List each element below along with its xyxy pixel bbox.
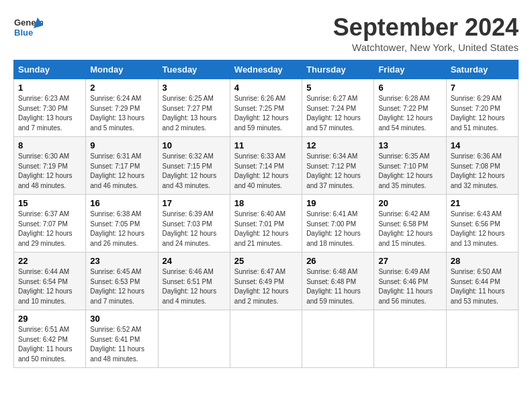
calendar-cell [446, 310, 518, 368]
calendar-cell: 25Sunrise: 6:47 AMSunset: 6:49 PMDayligh… [230, 253, 302, 310]
calendar-cell: 29Sunrise: 6:51 AMSunset: 6:42 PMDayligh… [14, 310, 86, 368]
day-info: Sunrise: 6:48 AMSunset: 6:48 PMDaylight:… [306, 267, 369, 306]
calendar-cell: 17Sunrise: 6:39 AMSunset: 7:03 PMDayligh… [158, 195, 230, 253]
col-header-friday: Friday [374, 60, 446, 79]
day-info: Sunrise: 6:28 AMSunset: 7:22 PMDaylight:… [378, 94, 441, 133]
day-number: 7 [451, 83, 514, 93]
calendar-cell: 15Sunrise: 6:37 AMSunset: 7:07 PMDayligh… [14, 195, 86, 253]
calendar-cell: 7Sunrise: 6:29 AMSunset: 7:20 PMDaylight… [446, 79, 518, 137]
calendar-cell: 30Sunrise: 6:52 AMSunset: 6:41 PMDayligh… [86, 310, 158, 368]
day-number: 15 [18, 198, 81, 208]
day-number: 2 [90, 83, 153, 93]
day-number: 21 [451, 198, 514, 208]
day-number: 18 [234, 198, 298, 208]
day-info: Sunrise: 6:52 AMSunset: 6:41 PMDaylight:… [90, 325, 153, 364]
week-row-3: 15Sunrise: 6:37 AMSunset: 7:07 PMDayligh… [14, 195, 519, 253]
svg-text:Blue: Blue [14, 28, 33, 38]
day-number: 19 [306, 198, 369, 208]
day-info: Sunrise: 6:25 AMSunset: 7:27 PMDaylight:… [163, 94, 226, 133]
day-info: Sunrise: 6:50 AMSunset: 6:44 PMDaylight:… [451, 267, 514, 306]
calendar-table: SundayMondayTuesdayWednesdayThursdayFrid… [13, 60, 519, 368]
calendar-cell: 2Sunrise: 6:24 AMSunset: 7:29 PMDaylight… [86, 79, 158, 137]
day-info: Sunrise: 6:30 AMSunset: 7:19 PMDaylight:… [18, 152, 81, 191]
day-info: Sunrise: 6:32 AMSunset: 7:15 PMDaylight:… [163, 152, 226, 191]
day-info: Sunrise: 6:29 AMSunset: 7:20 PMDaylight:… [451, 94, 514, 133]
calendar-cell: 16Sunrise: 6:38 AMSunset: 7:05 PMDayligh… [86, 195, 158, 253]
day-info: Sunrise: 6:35 AMSunset: 7:10 PMDaylight:… [378, 152, 441, 191]
col-header-sunday: Sunday [14, 60, 86, 79]
calendar-cell: 3Sunrise: 6:25 AMSunset: 7:27 PMDaylight… [158, 79, 230, 137]
day-number: 27 [378, 256, 441, 266]
calendar-cell: 14Sunrise: 6:36 AMSunset: 7:08 PMDayligh… [446, 137, 518, 195]
calendar-cell: 13Sunrise: 6:35 AMSunset: 7:10 PMDayligh… [374, 137, 446, 195]
location: Watchtower, New York, United States [333, 42, 519, 53]
calendar-cell: 26Sunrise: 6:48 AMSunset: 6:48 PMDayligh… [302, 253, 374, 310]
calendar-cell: 28Sunrise: 6:50 AMSunset: 6:44 PMDayligh… [446, 253, 518, 310]
day-info: Sunrise: 6:36 AMSunset: 7:08 PMDaylight:… [451, 152, 514, 191]
calendar-cell [158, 310, 230, 368]
calendar-cell [374, 310, 446, 368]
day-info: Sunrise: 6:45 AMSunset: 6:53 PMDaylight:… [90, 267, 153, 306]
calendar-cell: 21Sunrise: 6:43 AMSunset: 6:56 PMDayligh… [446, 195, 518, 253]
day-number: 9 [90, 140, 153, 150]
calendar-cell: 11Sunrise: 6:33 AMSunset: 7:14 PMDayligh… [230, 137, 302, 195]
calendar-cell: 22Sunrise: 6:44 AMSunset: 6:54 PMDayligh… [14, 253, 86, 310]
week-row-4: 22Sunrise: 6:44 AMSunset: 6:54 PMDayligh… [14, 253, 519, 310]
week-row-1: 1Sunrise: 6:23 AMSunset: 7:30 PMDaylight… [14, 79, 519, 137]
day-info: Sunrise: 6:42 AMSunset: 6:58 PMDaylight:… [378, 210, 441, 248]
col-header-monday: Monday [86, 60, 158, 79]
day-number: 30 [90, 314, 153, 324]
day-info: Sunrise: 6:51 AMSunset: 6:42 PMDaylight:… [18, 325, 81, 364]
day-number: 10 [163, 140, 226, 150]
calendar-cell: 1Sunrise: 6:23 AMSunset: 7:30 PMDaylight… [14, 79, 86, 137]
calendar-cell: 10Sunrise: 6:32 AMSunset: 7:15 PMDayligh… [158, 137, 230, 195]
calendar-cell: 20Sunrise: 6:42 AMSunset: 6:58 PMDayligh… [374, 195, 446, 253]
calendar-cell: 6Sunrise: 6:28 AMSunset: 7:22 PMDaylight… [374, 79, 446, 137]
day-info: Sunrise: 6:47 AMSunset: 6:49 PMDaylight:… [234, 267, 298, 306]
title-block: September 2024 Watchtower, New York, Uni… [333, 13, 519, 53]
logo: General Blue [13, 13, 43, 43]
day-number: 20 [378, 198, 441, 208]
day-info: Sunrise: 6:24 AMSunset: 7:29 PMDaylight:… [90, 94, 153, 133]
logo-icon: General Blue [13, 13, 43, 43]
calendar-cell: 9Sunrise: 6:31 AMSunset: 7:17 PMDaylight… [86, 137, 158, 195]
day-number: 17 [163, 198, 226, 208]
day-number: 11 [234, 140, 298, 150]
day-number: 12 [306, 140, 369, 150]
day-number: 29 [18, 314, 81, 324]
day-info: Sunrise: 6:39 AMSunset: 7:03 PMDaylight:… [163, 210, 226, 248]
header-row: SundayMondayTuesdayWednesdayThursdayFrid… [14, 60, 519, 79]
day-number: 14 [451, 140, 514, 150]
col-header-tuesday: Tuesday [158, 60, 230, 79]
day-number: 6 [378, 83, 441, 93]
page-header: General Blue September 2024 Watchtower, … [13, 13, 519, 53]
month-title: September 2024 [333, 13, 519, 42]
day-info: Sunrise: 6:49 AMSunset: 6:46 PMDaylight:… [378, 267, 441, 306]
calendar-cell: 19Sunrise: 6:41 AMSunset: 7:00 PMDayligh… [302, 195, 374, 253]
day-info: Sunrise: 6:26 AMSunset: 7:25 PMDaylight:… [234, 94, 298, 133]
day-number: 23 [90, 256, 153, 266]
day-number: 26 [306, 256, 369, 266]
day-number: 5 [306, 83, 369, 93]
day-number: 16 [90, 198, 153, 208]
calendar-cell [302, 310, 374, 368]
day-info: Sunrise: 6:31 AMSunset: 7:17 PMDaylight:… [90, 152, 153, 191]
day-number: 25 [234, 256, 298, 266]
calendar-cell: 12Sunrise: 6:34 AMSunset: 7:12 PMDayligh… [302, 137, 374, 195]
day-info: Sunrise: 6:37 AMSunset: 7:07 PMDaylight:… [18, 210, 81, 248]
day-info: Sunrise: 6:34 AMSunset: 7:12 PMDaylight:… [306, 152, 369, 191]
day-number: 22 [18, 256, 81, 266]
day-info: Sunrise: 6:43 AMSunset: 6:56 PMDaylight:… [451, 210, 514, 248]
day-number: 1 [18, 83, 81, 93]
day-info: Sunrise: 6:44 AMSunset: 6:54 PMDaylight:… [18, 267, 81, 306]
calendar-cell: 5Sunrise: 6:27 AMSunset: 7:24 PMDaylight… [302, 79, 374, 137]
calendar-cell: 27Sunrise: 6:49 AMSunset: 6:46 PMDayligh… [374, 253, 446, 310]
calendar-cell [230, 310, 302, 368]
calendar-cell: 8Sunrise: 6:30 AMSunset: 7:19 PMDaylight… [14, 137, 86, 195]
day-info: Sunrise: 6:23 AMSunset: 7:30 PMDaylight:… [18, 94, 81, 133]
day-info: Sunrise: 6:46 AMSunset: 6:51 PMDaylight:… [163, 267, 226, 306]
col-header-wednesday: Wednesday [230, 60, 302, 79]
day-info: Sunrise: 6:38 AMSunset: 7:05 PMDaylight:… [90, 210, 153, 248]
calendar-cell: 18Sunrise: 6:40 AMSunset: 7:01 PMDayligh… [230, 195, 302, 253]
calendar-cell: 4Sunrise: 6:26 AMSunset: 7:25 PMDaylight… [230, 79, 302, 137]
